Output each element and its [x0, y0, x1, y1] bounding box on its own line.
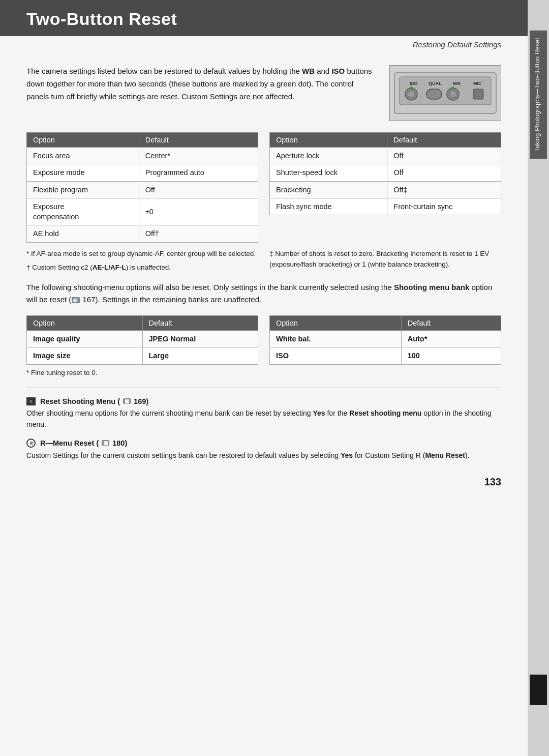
table4-header-option: Option: [270, 316, 402, 331]
footnote-left: * If AF-area mode is set to group dynami…: [26, 249, 258, 273]
title-bar: Two-Button Reset: [0, 0, 528, 36]
table4: Option Default White bal. Auto* ISO 100: [269, 315, 501, 365]
footnote-dagger: † Custom Setting c2 (AE-L/AF-L) is unaff…: [26, 263, 258, 273]
svg-point-7: [408, 91, 415, 98]
svg-text:ISO: ISO: [410, 81, 418, 86]
table2-wrapper: Option Default Aperture lock Off Shutter…: [269, 132, 501, 243]
table-row: Exposure mode Programmed auto: [27, 164, 258, 181]
table2-header-option: Option: [270, 133, 387, 148]
table4-header-default: Default: [401, 316, 501, 331]
svg-rect-8: [426, 89, 442, 99]
svg-text:QUAL: QUAL: [429, 81, 442, 86]
camera-diagram: ISO QUAL WB MIC: [389, 65, 501, 121]
svg-text:MIC: MIC: [473, 81, 482, 86]
table3: Option Default Image quality JPEG Normal…: [26, 315, 258, 365]
table-row: Exposurecompensation ±0: [27, 198, 258, 225]
page-title: Two-Button Reset: [26, 9, 501, 29]
tables-row-2: Option Default Image quality JPEG Normal…: [26, 315, 501, 365]
ref-section-2: ʀ R—Menu Reset (▦ 180) Custom Settings f…: [26, 439, 501, 461]
ref-section-1: ≡ Reset Shooting Menu (▦ 169) Other shoo…: [26, 397, 501, 430]
ref-label-1: Reset Shooting Menu (: [40, 397, 120, 405]
ref-page-icon-2: ▦: [102, 440, 109, 446]
table-row: Flash sync mode Front-curtain sync: [270, 198, 501, 215]
table2: Option Default Aperture lock Off Shutter…: [269, 132, 501, 215]
section-divider: [26, 388, 501, 388]
table1-header-option: Option: [27, 133, 139, 148]
subtitle-bar: Restoring Default Settings: [26, 36, 501, 56]
table-row: AE hold Off†: [27, 225, 258, 242]
svg-point-10: [449, 91, 456, 98]
table-row: Bracketing Off‡: [270, 181, 501, 198]
middle-paragraph: The following shooting-menu options will…: [26, 281, 501, 307]
table-row: Focus area Center*: [27, 148, 258, 164]
tables-row-1: Option Default Focus area Center* Exposu…: [26, 132, 501, 243]
svg-point-12: [451, 86, 454, 90]
sidebar-tab: Taking Photographs—Two-Button Reset: [530, 31, 547, 159]
table1: Option Default Focus area Center* Exposu…: [26, 132, 258, 243]
camera-image: ISO QUAL WB MIC: [389, 65, 501, 121]
svg-text:▦: ▦: [73, 298, 77, 303]
table3-header-option: Option: [27, 316, 143, 331]
table-row: ISO 100: [270, 347, 501, 364]
ref-page-icon-1: ▦: [123, 398, 131, 404]
ref-title-2: ʀ R—Menu Reset (▦ 180): [26, 439, 501, 448]
table1-header-default: Default: [139, 133, 258, 148]
svg-text:WB: WB: [453, 81, 461, 86]
sidebar-black-tab: [530, 675, 547, 705]
footnotes-section-1: * If AF-area mode is set to group dynami…: [26, 249, 501, 273]
table-row: White bal. Auto*: [270, 331, 501, 347]
ref-title-1: ≡ Reset Shooting Menu (▦ 169): [26, 397, 501, 405]
table-row: Image quality JPEG Normal: [27, 331, 258, 347]
table-row: Aperture lock Off: [270, 148, 501, 164]
footnote-star: * If AF-area mode is set to group dynami…: [26, 249, 258, 259]
table-row: Image size Large: [27, 347, 258, 364]
table3-wrapper: Option Default Image quality JPEG Normal…: [26, 315, 258, 365]
table2-header-default: Default: [387, 133, 501, 148]
page-number: 133: [26, 476, 501, 488]
intro-section: The camera settings listed below can be …: [26, 65, 501, 121]
footnote-right: ‡ Number of shots is reset to zero. Brac…: [269, 249, 501, 273]
table-row: Flexible program Off: [27, 181, 258, 198]
ref-body-2: Custom Settings for the current custom s…: [26, 450, 501, 461]
sidebar: Taking Photographs—Two-Button Reset: [528, 0, 549, 756]
svg-text:∴: ∴: [476, 91, 480, 97]
table1-wrapper: Option Default Focus area Center* Exposu…: [26, 132, 258, 243]
intro-text: The camera settings listed below can be …: [26, 65, 374, 121]
fine-tuning-note: * Fine tuning reset to 0.: [26, 369, 501, 376]
subtitle: Restoring Default Settings: [413, 40, 501, 49]
ref-label-2: R—Menu Reset (: [40, 439, 99, 447]
ref-body-1: Other shooting menu options for the curr…: [26, 408, 501, 430]
table-row: Shutter-speed lock Off: [270, 164, 501, 181]
table3-header-default: Default: [142, 316, 258, 331]
book-icon: ≡: [26, 397, 36, 405]
custom-icon: ʀ: [26, 439, 36, 448]
table4-wrapper: Option Default White bal. Auto* ISO 100: [269, 315, 501, 365]
svg-point-11: [410, 86, 413, 90]
footnote-double-dagger: ‡ Number of shots is reset to zero. Brac…: [269, 249, 501, 270]
